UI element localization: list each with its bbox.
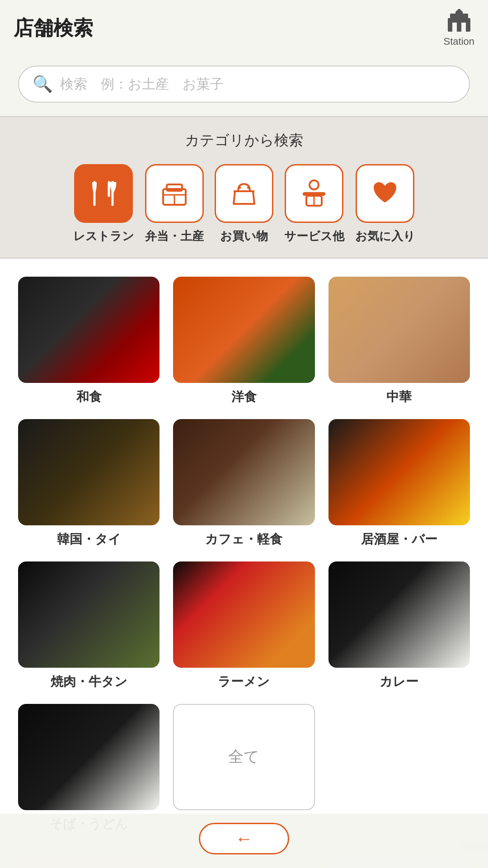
food-item-cafe[interactable]: カフェ・軽食	[173, 419, 314, 548]
food-sushi-visual	[18, 277, 160, 383]
food-izakaya-visual	[328, 419, 470, 525]
food-image-yakiniku	[18, 561, 160, 668]
category-title: カテゴリから検索	[9, 131, 479, 151]
category-section: カテゴリから検索 レストラン	[0, 117, 488, 258]
shopping-icon	[228, 178, 260, 209]
category-icon-box-service	[285, 164, 343, 223]
station-button[interactable]: Station	[444, 9, 475, 47]
search-icon: 🔍	[33, 75, 53, 94]
search-bar[interactable]: 🔍 検索 例：お土産 お菓子	[18, 66, 470, 103]
food-all-button[interactable]: 全て	[173, 704, 314, 810]
food-item-washoku[interactable]: 和食	[18, 277, 160, 406]
svg-point-18	[310, 180, 319, 189]
food-image-izakaya	[328, 419, 470, 525]
back-arrow-icon: ←	[235, 829, 253, 849]
bento-icon	[159, 178, 190, 209]
food-yakiniku-visual	[18, 561, 160, 668]
food-image-chuka	[328, 277, 470, 383]
food-grid-section: 和食 洋食 中華 韓国・タイ カフェ・軽	[0, 259, 488, 842]
station-icon	[446, 9, 473, 34]
food-image-yoshoku	[173, 277, 314, 383]
food-ramen-visual	[173, 561, 314, 668]
category-item-service[interactable]: サービス他	[284, 164, 344, 244]
food-grid: 和食 洋食 中華 韓国・タイ カフェ・軽	[18, 277, 470, 833]
restaurant-icon	[88, 178, 119, 209]
svg-rect-0	[448, 18, 470, 32]
food-item-yakiniku[interactable]: 焼肉・牛タン	[18, 561, 160, 690]
food-image-curry	[328, 561, 470, 668]
food-label-izakaya: 居酒屋・バー	[361, 531, 437, 548]
food-label-yoshoku: 洋食	[231, 388, 257, 406]
food-item-yoshoku[interactable]: 洋食	[173, 277, 314, 406]
food-pasta-visual	[173, 277, 314, 383]
food-item-curry[interactable]: カレー	[328, 561, 470, 690]
food-dimsum-visual	[328, 277, 470, 383]
svg-point-17	[247, 186, 250, 189]
food-label-curry: カレー	[380, 673, 418, 690]
food-all-label: 全て	[228, 746, 259, 767]
food-item-ramen[interactable]: ラーメン	[173, 561, 314, 690]
category-label-shopping: お買い物	[220, 228, 268, 244]
food-label-ramen: ラーメン	[218, 673, 270, 690]
food-label-washoku: 和食	[76, 388, 102, 406]
food-image-soba	[18, 704, 160, 810]
category-icon-box-restaurant	[74, 164, 133, 223]
category-icon-box-favorite	[356, 164, 414, 223]
category-icons: レストラン 弁当・土産	[9, 164, 479, 244]
category-icon-box-shopping	[215, 164, 273, 223]
svg-point-16	[238, 186, 241, 189]
header: 店舗検索 Station	[0, 0, 488, 57]
food-label-yakiniku: 焼肉・牛タン	[51, 673, 127, 690]
search-placeholder-text: 検索 例：お土産 お菓子	[60, 75, 224, 94]
svg-rect-7	[455, 12, 463, 14]
category-label-service: サービス他	[284, 228, 344, 244]
food-cafe-visual	[173, 419, 314, 525]
food-image-washoku	[18, 277, 160, 383]
food-image-korean-thai	[18, 419, 160, 525]
food-label-cafe: カフェ・軽食	[205, 531, 282, 548]
food-item-korean-thai[interactable]: 韓国・タイ	[18, 419, 160, 548]
back-button[interactable]: ←	[199, 823, 289, 854]
food-korean-visual	[18, 419, 160, 525]
category-item-restaurant[interactable]: レストラン	[73, 164, 134, 244]
category-label-favorite: お気に入り	[355, 228, 415, 244]
category-item-shopping[interactable]: お買い物	[215, 164, 273, 244]
category-item-favorite[interactable]: お気に入り	[355, 164, 415, 244]
bottom-bar: ←	[0, 814, 488, 868]
category-label-restaurant: レストラン	[73, 228, 134, 244]
food-label-chuka: 中華	[386, 388, 412, 406]
food-image-ramen	[173, 561, 314, 668]
service-icon	[298, 178, 330, 209]
food-item-izakaya[interactable]: 居酒屋・バー	[328, 419, 470, 548]
food-soba-visual	[18, 704, 160, 810]
food-image-cafe	[173, 419, 314, 525]
category-item-bento[interactable]: 弁当・土産	[145, 164, 204, 244]
svg-rect-1	[452, 23, 457, 32]
page-title: 店舗検索	[14, 15, 93, 42]
category-icon-box-bento	[145, 164, 204, 223]
food-curry-visual	[328, 561, 470, 668]
station-label: Station	[444, 36, 475, 47]
category-label-bento: 弁当・土産	[145, 228, 204, 244]
svg-rect-2	[461, 23, 466, 32]
favorite-icon	[369, 178, 401, 209]
search-section: 🔍 検索 例：お土産 お菓子	[0, 57, 488, 116]
food-label-korean-thai: 韓国・タイ	[57, 531, 121, 548]
food-item-chuka[interactable]: 中華	[328, 277, 470, 406]
